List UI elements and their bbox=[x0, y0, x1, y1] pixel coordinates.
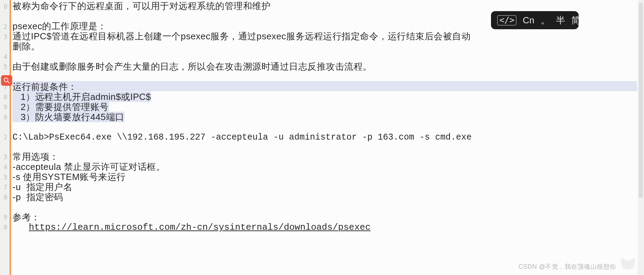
command-line: C:\Lab>PsExec64.exe \\192.168.195.227 -a… bbox=[13, 132, 637, 142]
ime-lang-indicator[interactable]: Cn bbox=[523, 15, 534, 26]
line-number: 0 bbox=[3, 223, 7, 231]
text-line: 删除。 bbox=[13, 41, 637, 52]
line-number: 2 bbox=[3, 23, 7, 30]
line-number: 9 bbox=[3, 213, 7, 221]
line-number: 0 bbox=[3, 113, 7, 121]
ime-punct-indicator[interactable]: 。 bbox=[541, 14, 550, 26]
text-line: 2）需要提供管理账号 bbox=[13, 102, 637, 112]
line-number: 9 bbox=[3, 103, 7, 111]
line-number: 3 bbox=[3, 153, 7, 160]
line-number: 0 bbox=[3, 3, 7, 10]
text-line: 参考： bbox=[13, 212, 637, 222]
mascot-watermark-icon bbox=[619, 257, 637, 271]
line-number: 8 bbox=[3, 93, 7, 101]
search-button[interactable] bbox=[1, 75, 12, 86]
svg-line-1 bbox=[8, 81, 9, 83]
text-line: https://learn.microsoft.com/zh-cn/sysint… bbox=[13, 222, 637, 233]
text-line: 通过IPC$管道在远程目标机器上创建一个psexec服务，通过psexec服务远… bbox=[13, 31, 637, 41]
text-line: 由于创建或删除服务时会产生大量的日志，所以会在攻击溯源时通过日志反推攻击流程。 bbox=[13, 62, 637, 72]
csdn-watermark: CSDN @不觉，我在荡魂山很想你 bbox=[518, 262, 616, 271]
text-line: 3）防火墙要放行445端口 bbox=[13, 112, 637, 122]
reference-link[interactable]: https://learn.microsoft.com/zh-cn/sysint… bbox=[29, 222, 371, 233]
line-number: 4 bbox=[3, 163, 7, 171]
line-number-gutter: 02345789023457890 bbox=[0, 0, 10, 275]
text-line: 1）远程主机开启admin$或IPC$ bbox=[13, 92, 637, 102]
ime-script-indicator[interactable]: 简 bbox=[571, 14, 580, 26]
text-line: -u 指定用户名 bbox=[13, 182, 637, 192]
line-number: 4 bbox=[3, 53, 7, 60]
text-line: -p 指定密码 bbox=[13, 192, 637, 202]
svg-point-4 bbox=[630, 259, 636, 264]
line-number: 3 bbox=[3, 33, 7, 40]
line-number: 7 bbox=[3, 183, 7, 191]
modified-indicator-bar bbox=[10, 0, 11, 275]
scrollbar-thumb[interactable] bbox=[639, 3, 643, 198]
line-number: 5 bbox=[3, 63, 7, 70]
ime-toolbar[interactable]: </> Cn 。 半 简 bbox=[491, 11, 579, 29]
line-number: 2 bbox=[3, 133, 7, 141]
search-icon bbox=[3, 77, 10, 84]
text-line: 被称为命令行下的远程桌面，可以用于对远程系统的管理和维护 bbox=[13, 1, 637, 11]
line-number: 8 bbox=[3, 194, 7, 201]
svg-point-3 bbox=[620, 259, 626, 264]
text-line: -accepteula 禁止显示许可证对话框。 bbox=[13, 162, 637, 172]
code-icon[interactable]: </> bbox=[497, 15, 516, 25]
text-line: -s 使用SYSTEM账号来运行 bbox=[13, 172, 637, 182]
line-number: 5 bbox=[3, 173, 7, 181]
text-line: 常用选项： bbox=[13, 152, 637, 162]
text-line: 运行前提条件： bbox=[13, 82, 637, 92]
ime-width-indicator[interactable]: 半 bbox=[556, 14, 565, 26]
vertical-scrollbar[interactable] bbox=[638, 0, 644, 275]
